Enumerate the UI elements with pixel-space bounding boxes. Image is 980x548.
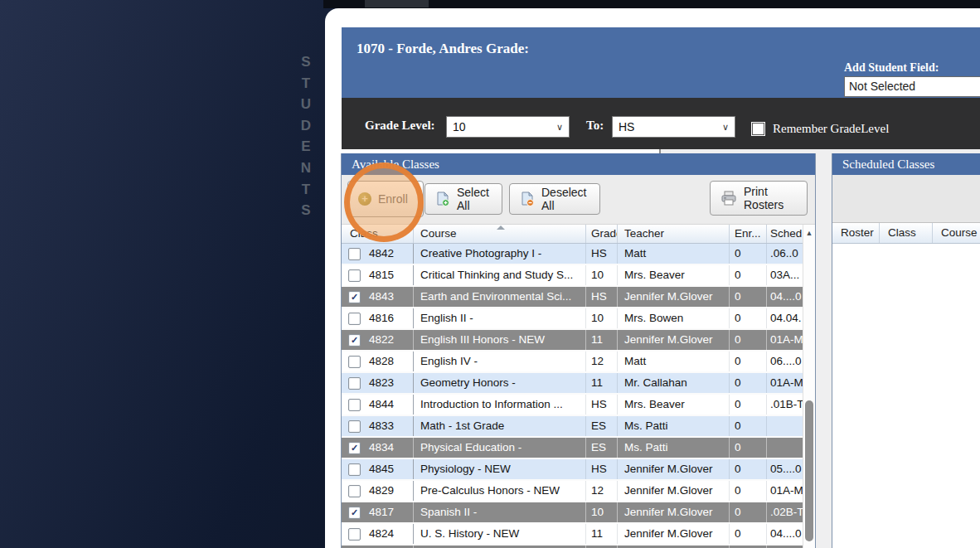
- remember-gradelevel-checkbox[interactable]: [751, 122, 765, 136]
- column-header-sched[interactable]: Sched: [767, 225, 803, 243]
- sched-cell: 01A-M: [767, 481, 803, 501]
- remember-gradelevel-label: Remember GradeLevel: [773, 122, 889, 136]
- table-row[interactable]: 4829 Pre-Calculus Honors - NEW 12 Jennif…: [342, 481, 803, 502]
- row-checkbox[interactable]: [348, 248, 361, 260]
- enrolled-cell: 0: [730, 373, 767, 393]
- scheduled-header-row: Roster Class Course: [832, 223, 980, 244]
- row-checkbox[interactable]: ✓: [348, 291, 361, 303]
- table-row[interactable]: 4824 U. S. History - NEW 11 Jennifer M.G…: [342, 524, 803, 546]
- student-header-bar: 1070 - Forde, Andres Grade: Add Student …: [342, 27, 980, 98]
- class-cell: 4828: [342, 352, 414, 371]
- row-checkbox[interactable]: ✓: [348, 442, 361, 454]
- teacher-cell: Jennifer M.Glover: [618, 524, 730, 544]
- table-row[interactable]: 4828 English IV - 12 Matt 0 06....0: [342, 352, 803, 373]
- course-cell: Introduction to Information ...: [414, 395, 586, 415]
- printer-icon: [720, 191, 737, 206]
- course-cell: Math - 1st Grade: [414, 416, 586, 436]
- teacher-cell: Jennifer M.Glover: [618, 287, 730, 307]
- course-cell: Pre-Calculus Honors - NEW: [414, 481, 586, 501]
- table-row[interactable]: ✓ 4817 Spanish II - 10 Jennifer M.Glover…: [342, 502, 803, 524]
- browser-tab[interactable]: [365, 0, 429, 7]
- deselect-all-button[interactable]: Deselect All: [509, 183, 600, 215]
- enrolled-cell: 0: [730, 352, 767, 371]
- row-checkbox[interactable]: [348, 463, 361, 476]
- class-number: 4833: [369, 416, 394, 436]
- scheduled-classes-panel: Scheduled Classes Roster Class Course: [832, 153, 980, 548]
- table-row[interactable]: ✓ 4822 English III Honors - NEW 11 Jenni…: [342, 330, 803, 352]
- column-header-grade[interactable]: Grade: [586, 225, 618, 243]
- column-header-course[interactable]: Course: [933, 223, 980, 243]
- class-cell: 4816: [342, 308, 414, 328]
- table-row[interactable]: 4833 Math - 1st Grade ES Ms. Patti 0: [342, 416, 803, 438]
- row-checkbox[interactable]: ✓: [348, 507, 361, 519]
- to-grade-select[interactable]: HS ∨: [612, 116, 735, 138]
- teacher-cell: Mrs. Bowen: [618, 308, 730, 328]
- sched-cell: 03A...: [767, 265, 803, 285]
- screen: STUDENTS 1070 - Forde, Andres Grade: Add…: [0, 0, 980, 548]
- available-classes-title: Available Classes: [342, 153, 815, 175]
- course-cell: Physiology - NEW: [414, 459, 586, 479]
- table-row[interactable]: 4815 Critical Thinking and Study S... 10…: [342, 265, 803, 287]
- enroll-button[interactable]: + Enroll: [347, 181, 424, 217]
- row-checkbox[interactable]: [348, 356, 361, 368]
- chevron-down-icon: ∨: [722, 117, 729, 137]
- teacher-cell: Ms. Patti: [618, 438, 730, 458]
- column-header-class[interactable]: Class: [880, 223, 933, 243]
- sched-cell: 04.04.: [767, 308, 803, 328]
- class-cell: 4845: [342, 459, 414, 479]
- grade-level-select[interactable]: 10 ∨: [446, 116, 570, 138]
- teacher-cell: Mr. Callahan: [618, 373, 730, 393]
- table-row[interactable]: 4816 English II - 10 Mrs. Bowen 0 04.04.: [342, 308, 803, 330]
- class-cell: 4815: [342, 265, 414, 285]
- enrolled-cell: 0: [730, 438, 767, 458]
- select-all-button[interactable]: Select All: [425, 183, 502, 215]
- row-checkbox[interactable]: [348, 399, 361, 411]
- table-row[interactable]: 4845 Physiology - NEW HS Jennifer M.Glov…: [342, 459, 803, 481]
- teacher-cell: Jennifer M.Glover: [618, 459, 730, 479]
- table-row[interactable]: ✓ 4843 Earth and Environmental Sci... HS…: [342, 287, 803, 308]
- teacher-cell: Matt: [618, 352, 730, 371]
- column-header-teacher[interactable]: Teacher: [618, 225, 730, 243]
- class-number: 4824: [369, 524, 394, 544]
- table-row[interactable]: 4842 Creative Photography I - HS Matt 0 …: [342, 244, 803, 265]
- course-cell: English II -: [414, 308, 586, 328]
- class-number: 4842: [369, 244, 394, 264]
- scrollbar-thumb[interactable]: [805, 400, 813, 541]
- column-header-enr[interactable]: Enr...: [730, 225, 767, 243]
- course-cell: Critical Thinking and Study S...: [414, 265, 586, 285]
- grade-cell: 10: [586, 308, 618, 328]
- vertical-scrollbar[interactable]: ▲: [803, 225, 815, 548]
- students-vertical-nav[interactable]: STUDENTS: [295, 51, 317, 221]
- enrolled-cell: 0: [730, 287, 767, 307]
- print-rosters-button[interactable]: Print Rosters: [710, 181, 808, 216]
- table-row[interactable]: ✓ 4834 Physical Education - ES Ms. Patti…: [342, 438, 803, 459]
- row-checkbox[interactable]: [348, 485, 361, 497]
- column-header-roster[interactable]: Roster: [832, 223, 880, 243]
- student-title: 1070 - Forde, Andres Grade:: [357, 41, 529, 57]
- row-checkbox[interactable]: [348, 313, 361, 325]
- grade-cell: HS: [586, 395, 618, 415]
- teacher-cell: Jennifer M.Glover: [618, 502, 730, 522]
- grade-cell: 10: [586, 502, 618, 522]
- chevron-down-icon: ∨: [556, 117, 563, 137]
- scheduled-classes-toolbar: [832, 175, 980, 223]
- add-student-field-select[interactable]: Not Selected: [844, 76, 980, 97]
- row-checkbox[interactable]: [348, 528, 361, 541]
- sched-cell: .02B-T: [767, 502, 803, 522]
- scrollbar-up-arrow-icon[interactable]: ▲: [803, 225, 815, 241]
- table-row[interactable]: 4823 Geometry Honors - 11 Mr. Callahan 0…: [342, 373, 803, 395]
- row-checkbox[interactable]: [348, 269, 361, 282]
- column-header-course[interactable]: Course: [414, 225, 586, 243]
- column-header-class[interactable]: Class: [342, 225, 414, 243]
- grade-cell: ES: [586, 416, 618, 436]
- table-row[interactable]: 4844 Introduction to Information ... HS …: [342, 395, 803, 416]
- enrolled-cell: 0: [730, 502, 767, 522]
- class-cell: ✓ 4834: [342, 438, 414, 458]
- row-checkbox[interactable]: [348, 377, 361, 390]
- grade-cell: 11: [586, 524, 618, 544]
- row-checkbox[interactable]: [348, 420, 361, 433]
- grade-cell: HS: [586, 459, 618, 479]
- enrolled-cell: 0: [730, 395, 767, 415]
- row-checkbox[interactable]: ✓: [348, 334, 361, 347]
- class-cell: 4824: [342, 524, 414, 544]
